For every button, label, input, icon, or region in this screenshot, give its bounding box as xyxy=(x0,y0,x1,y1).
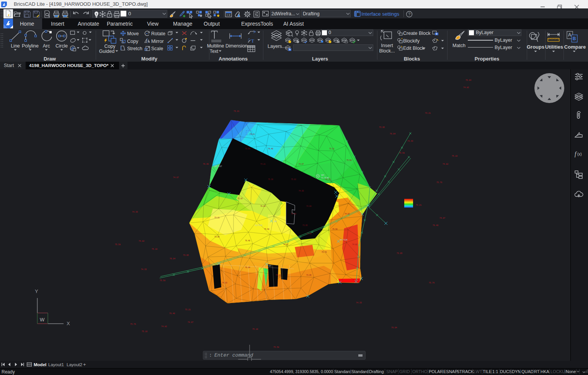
svg-text:75.10: 75.10 xyxy=(452,155,457,157)
svg-text:75.76: 75.76 xyxy=(325,178,331,180)
svg-text:73.21: 73.21 xyxy=(416,204,421,206)
svg-text:76.04: 76.04 xyxy=(391,327,397,329)
svg-text:(x): (x) xyxy=(577,152,582,156)
svg-text:75.58: 75.58 xyxy=(115,244,121,246)
svg-text:75.10: 75.10 xyxy=(152,248,157,251)
svg-text:?: ? xyxy=(408,12,410,16)
svg-text:76.40: 76.40 xyxy=(268,148,273,150)
svg-text:76.40: 76.40 xyxy=(245,240,250,242)
svg-text:74.82: 74.82 xyxy=(443,163,448,165)
svg-text:76.04: 76.04 xyxy=(245,267,250,269)
svg-text:74.33: 74.33 xyxy=(299,190,304,192)
svg-text:75.58: 75.58 xyxy=(399,152,405,154)
svg-text:73.21: 73.21 xyxy=(425,112,431,115)
svg-text:73.21: 73.21 xyxy=(329,148,335,150)
svg-text:73.21: 73.21 xyxy=(185,309,191,311)
svg-text:74.33: 74.33 xyxy=(356,302,362,304)
svg-text:75.58: 75.58 xyxy=(273,346,279,349)
svg-text:74.33: 74.33 xyxy=(132,211,138,213)
svg-text:74.07: 74.07 xyxy=(173,177,179,179)
svg-text:75.76: 75.76 xyxy=(436,182,442,184)
svg-text:73.95: 73.95 xyxy=(379,126,385,129)
svg-text:76.40: 76.40 xyxy=(433,224,438,227)
svg-text:74.82: 74.82 xyxy=(139,240,144,242)
svg-text:75.58: 75.58 xyxy=(160,280,165,282)
svg-text:B: B xyxy=(573,36,576,41)
svg-text:75.10: 75.10 xyxy=(142,331,147,333)
svg-text:75.76: 75.76 xyxy=(322,251,327,253)
svg-text:75.10: 75.10 xyxy=(276,274,281,276)
svg-text:74.82: 74.82 xyxy=(161,326,167,328)
svg-text:74.33: 74.33 xyxy=(407,140,413,142)
svg-text:WP 75.07: WP 75.07 xyxy=(214,165,222,167)
svg-text:74.07: 74.07 xyxy=(283,244,289,246)
svg-text:75.76: 75.76 xyxy=(429,282,434,284)
svg-text:74.07: 74.07 xyxy=(188,321,193,324)
svg-text:75.58: 75.58 xyxy=(346,159,352,161)
svg-text:76.40: 76.40 xyxy=(169,313,175,315)
svg-text:73.95: 73.95 xyxy=(397,252,402,255)
svg-text:73.95: 73.95 xyxy=(183,254,189,257)
svg-text:75.10: 75.10 xyxy=(252,328,258,331)
svg-text:75.02: 75.02 xyxy=(291,178,296,180)
svg-text:76.04: 76.04 xyxy=(170,258,175,260)
svg-text:73.95: 73.95 xyxy=(306,274,312,276)
svg-text:74.82: 74.82 xyxy=(345,213,350,215)
svg-text:75.58: 75.58 xyxy=(332,228,338,230)
svg-text:73.21: 73.21 xyxy=(214,217,220,219)
svg-text:76.04: 76.04 xyxy=(466,79,471,82)
svg-text:74.33: 74.33 xyxy=(141,269,147,271)
svg-text:75.30: 75.30 xyxy=(268,178,273,180)
svg-text:74.07: 74.07 xyxy=(299,163,304,165)
svg-text:74.07: 74.07 xyxy=(439,217,445,219)
svg-text:TP: TP xyxy=(338,196,341,198)
svg-text:74.82: 74.82 xyxy=(463,87,469,89)
svg-text:73.95: 73.95 xyxy=(302,224,308,226)
svg-text:76.40: 76.40 xyxy=(203,163,209,165)
svg-text:74.33: 74.33 xyxy=(306,233,312,235)
svg-text:73.66: 73.66 xyxy=(245,148,250,150)
svg-text:74.21: 74.21 xyxy=(260,163,266,165)
svg-text:MH: MH xyxy=(269,265,271,267)
svg-text:75.76: 75.76 xyxy=(130,323,136,326)
svg-text:76.04: 76.04 xyxy=(260,205,266,207)
svg-text:W: W xyxy=(40,317,45,323)
svg-text:73.21: 73.21 xyxy=(250,133,255,135)
svg-text:73.95: 73.95 xyxy=(214,236,220,238)
svg-text:T: T xyxy=(251,38,254,44)
svg-text:76.04: 76.04 xyxy=(291,213,296,215)
svg-text:MH 75.88: MH 75.88 xyxy=(340,239,348,241)
svg-text:73.21: 73.21 xyxy=(234,110,239,113)
svg-text:74.88: 74.88 xyxy=(306,205,312,207)
svg-text:A: A xyxy=(568,32,572,38)
svg-text:74.82: 74.82 xyxy=(352,244,358,246)
svg-text:76.04: 76.04 xyxy=(390,133,395,135)
svg-text:f: f xyxy=(575,151,577,157)
svg-text:74.33: 74.33 xyxy=(222,282,227,284)
svg-text:75.10: 75.10 xyxy=(237,198,243,200)
svg-text:MH: MH xyxy=(321,174,324,176)
svg-text:WP: WP xyxy=(274,221,277,223)
svg-text:GU 75.43: GU 75.43 xyxy=(255,224,263,226)
svg-text:75.58: 75.58 xyxy=(264,228,270,230)
